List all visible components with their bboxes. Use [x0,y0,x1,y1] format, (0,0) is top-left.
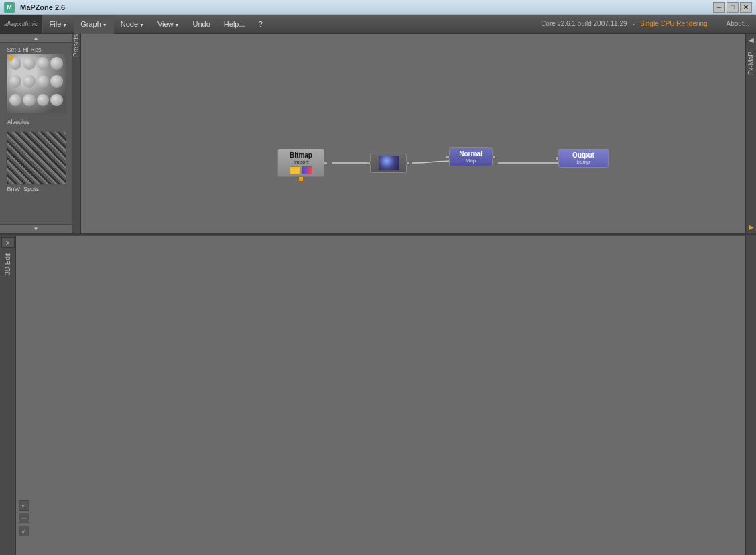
normal-subtitle: Map [454,158,488,164]
bottom-section: > 3D Edit ↙ ↔ ↙ [0,235,756,555]
normal-title: Normal [454,150,488,158]
sidebar-scroll-up[interactable]: ▲ [0,34,72,43]
node-output[interactable]: Output bump [558,149,609,168]
title-bar: M MaPZone 2.6 ─ □ ✕ [0,0,756,15]
normal-output-connector [492,155,496,159]
fx-map-tab[interactable]: Fx-MaP [746,46,756,80]
right-arrow-icon[interactable]: ▶ [749,223,754,231]
middle-input-connector [367,161,371,165]
node-connections [72,34,745,233]
corner-icon-1[interactable]: ↙ [19,500,29,511]
menu-question[interactable]: ? [252,15,269,34]
bitmap-title: Bitmap [282,151,320,159]
output-input-connector [555,156,559,160]
graph-menu-arrow [103,20,107,28]
menu-node[interactable]: Node [114,15,151,34]
node-output-box: Output bump [558,149,609,168]
node-middle[interactable] [370,153,407,173]
menu-undo[interactable]: Undo [186,15,217,34]
preset-bnw[interactable]: BnW_Spots [6,131,66,193]
file-menu-arrow [62,20,67,28]
corner-icon-2[interactable]: ↔ [19,513,29,523]
node-middle-box [370,153,407,173]
menu-bar: allegorithmic File Graph Node View Undo … [0,15,756,34]
preset-thumb-bnw [6,131,66,185]
bitmap-gradient-swatch [302,166,312,174]
app-icon: M [4,2,15,13]
window-title: MaPZone 2.6 [20,3,65,11]
node-bitmap-box: Bitmap Import [277,149,324,177]
view-menu-arrow [175,20,180,28]
presets-tab[interactable]: Presets [72,34,80,62]
about-link[interactable]: About... [727,20,749,27]
render-warning: Single CPU Rendering [640,20,708,27]
title-bar-left: M MaPZone 2.6 [4,2,65,13]
menu-graph[interactable]: Graph [74,15,114,34]
node-menu-arrow [139,20,144,28]
minimize-button[interactable]: ─ [713,2,725,13]
middle-preview [379,156,399,170]
bottom-left-panel: > 3D Edit ↙ ↔ ↙ [0,236,16,555]
bitmap-output-connector [324,161,328,165]
menu-file[interactable]: File [43,15,74,34]
bitmap-bottom-connector [298,176,304,182]
preset-label-bnw: BnW_Spots [6,185,66,193]
core-version: Core v2.6.1 build 2007.11.29 [541,20,627,27]
node-bitmap[interactable]: Bitmap Import [277,149,324,182]
output-subtitle: bump [563,159,604,165]
preset-label-alveolus: Alveolus [6,118,66,126]
right-sidebar: ◀ Fx-MaP ▶ [745,34,756,233]
corner-icon-3[interactable]: ↙ [19,526,29,536]
preset-label-set1: Set 1 Hi-Res [6,46,66,54]
node-normal[interactable]: Normal Map [449,147,493,166]
3d-edit-tab[interactable]: 3D Edit [3,248,13,281]
close-button[interactable]: ✕ [740,2,752,13]
sidebar-scroll-down[interactable]: ▼ [0,224,72,233]
normal-input-connector [446,155,450,159]
bottom-right-panel [745,236,756,555]
restore-button[interactable]: □ [727,2,739,13]
bitmap-color-swatch [290,166,300,174]
menu-right: Core v2.6.1 build 2007.11.29 - Single CP… [541,20,756,27]
preset-alveolus[interactable]: Alveolus [6,118,66,126]
middle-output-connector [406,161,410,165]
right-collapse[interactable]: ◀ [749,34,754,46]
3d-view-area[interactable] [16,236,745,555]
app-logo: allegorithmic [0,15,43,34]
title-controls: ─ □ ✕ [713,2,752,13]
menu-help[interactable]: Help... [217,15,252,34]
preset-set1-hires[interactable]: Set 1 Hi-Res [6,46,66,114]
bitmap-subtitle: Import [282,159,320,165]
preset-thumb-set1 [6,54,66,114]
output-title: Output [563,151,604,159]
bottom-collapse-button[interactable]: > [1,237,15,248]
node-normal-box: Normal Map [449,147,493,166]
graph-area[interactable]: Bitmap Import Normal [72,34,745,233]
left-sidebar: ▲ Presets Set 1 Hi-Res [0,34,72,233]
bottom-corner-icons: ↙ ↔ ↙ [19,500,29,536]
menu-view[interactable]: View [151,15,186,34]
